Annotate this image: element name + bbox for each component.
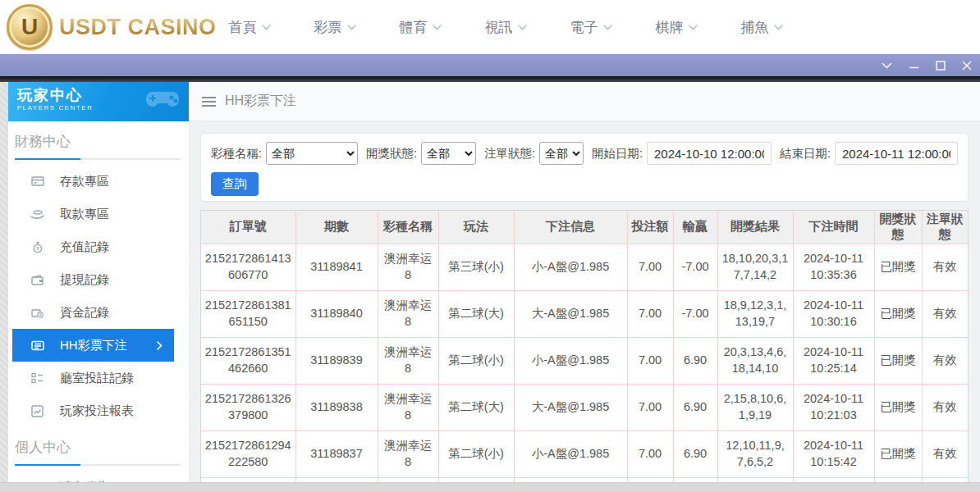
- chevron-down-icon: [433, 25, 442, 30]
- table-cell: 31189838: [295, 384, 378, 430]
- window-titlebar: [0, 54, 980, 76]
- lottery-name-label: 彩種名稱:: [211, 146, 262, 162]
- table-cell: 7.00: [627, 290, 673, 337]
- sidebar-item-1-1[interactable]: 存款專區: [8, 165, 189, 198]
- table-row[interactable]: 215217286129422258031189837澳洲幸运8第二球(小)小-…: [201, 430, 968, 477]
- window-controls: [882, 54, 972, 76]
- table-cell: 2024-10-11 10:25:14: [793, 337, 874, 384]
- column-header: 開獎結果: [717, 211, 793, 244]
- nav-item-label: 電子: [570, 18, 598, 37]
- nav-item-6[interactable]: 棋牌: [634, 18, 719, 37]
- table-cell: 有效: [922, 430, 968, 477]
- column-header: 下注信息: [514, 211, 627, 244]
- column-header: 期數: [295, 211, 378, 244]
- minimize-button[interactable]: [909, 62, 919, 69]
- logo-symbol: U: [21, 14, 38, 40]
- table-cell: 已開獎: [874, 430, 922, 477]
- table-cell: 有效: [922, 337, 968, 384]
- table-cell: 已開獎: [874, 337, 922, 384]
- report-chart-icon: [30, 405, 44, 417]
- section-divider: [15, 158, 181, 160]
- table-row[interactable]: 215217286135146266031189839澳洲幸运8第二球(小)小-…: [201, 337, 968, 384]
- table-header-row: 訂單號期數彩種名稱玩法下注信息投注額輸贏開獎結果下注時間開獎狀態注單狀態: [201, 211, 968, 244]
- table-cell: 2024-10-11 10:15:42: [793, 430, 874, 477]
- withdraw-hand-icon: [30, 209, 44, 220]
- sidebar-item-1-6[interactable]: HH彩票下注: [12, 329, 174, 362]
- table-cell: 7.00: [627, 244, 673, 290]
- maximize-button[interactable]: [936, 61, 946, 71]
- sidebar-item-label: HH彩票下注: [60, 338, 127, 353]
- breadcrumb-bar: HH彩票下注: [189, 82, 980, 121]
- deposit-card-icon: [30, 175, 44, 187]
- nav-item-label: 捕魚: [741, 18, 769, 37]
- logo[interactable]: U USDT CASINO: [7, 4, 217, 50]
- table-cell: 澳洲幸运8: [378, 384, 438, 430]
- table-cell: 第三球(小): [438, 244, 514, 290]
- sidebar-item-1-4[interactable]: 提現記錄: [8, 263, 189, 296]
- main-panel: HH彩票下注 彩種名稱: 全部 開獎狀態: 全部 注單狀態: 全部: [189, 82, 980, 482]
- table-row[interactable]: 215217286138165115031189840澳洲幸运8第二球(大)大-…: [201, 290, 968, 337]
- sidebar-item-1-7[interactable]: 廳室投註記錄: [8, 362, 189, 394]
- table-cell: 20,3,13,4,6,18,14,10: [717, 337, 793, 384]
- lottery-ticket-icon: [30, 340, 44, 351]
- sidebar: 玩家中心 PLAYERS CENTER 財務中心存款專區取款專區充值記錄提現記錄…: [8, 82, 189, 482]
- sidebar-item-label: 存款專區: [60, 174, 109, 189]
- start-date-input[interactable]: [647, 142, 772, 165]
- table-cell: 7.00: [627, 384, 673, 430]
- nav-item-7[interactable]: 捕魚: [719, 18, 804, 37]
- table-cell: 澳洲幸运8: [378, 337, 438, 384]
- table-row[interactable]: 215217286141360677031189841澳洲幸运8第三球(小)小-…: [201, 244, 968, 290]
- nav-item-label: 棋牌: [656, 18, 684, 37]
- nav-item-3[interactable]: 體育: [378, 18, 463, 37]
- funds-bag-icon: [30, 307, 44, 319]
- chevron-down-icon: [774, 25, 783, 30]
- table-cell: 第二球(大): [438, 384, 514, 430]
- hamburger-menu-icon[interactable]: [202, 97, 216, 107]
- logo-coin-icon: U: [7, 4, 53, 50]
- close-button[interactable]: [962, 61, 972, 71]
- table-cell: 2152172861351462660: [201, 337, 295, 384]
- table-cell: 2,15,8,10,6,1,9,19: [717, 384, 793, 430]
- nav-item-5[interactable]: 電子: [548, 18, 634, 37]
- draw-status-select[interactable]: 全部: [421, 142, 476, 165]
- page-title: HH彩票下注: [225, 93, 296, 110]
- table-cell: 31189837: [295, 430, 378, 477]
- app-window: 玩家中心 PLAYERS CENTER 財務中心存款專區取款專區充值記錄提現記錄…: [0, 82, 980, 482]
- main-nav: 首頁彩票體育視訊電子棋牌捕魚: [207, 0, 804, 54]
- sidebar-item-1-2[interactable]: 取款專區: [8, 198, 189, 230]
- table-cell: 已開獎: [874, 384, 922, 430]
- gamepad-icon: [144, 87, 181, 115]
- table-cell: 31189841: [295, 244, 378, 290]
- chevron-right-icon: [157, 341, 163, 350]
- sidebar-item-1-5[interactable]: 資金記錄: [8, 296, 189, 329]
- chevron-down-icon: [689, 25, 698, 30]
- table-cell: 澳洲幸运8: [378, 290, 438, 337]
- nav-item-label: 視訊: [485, 18, 513, 37]
- sidebar-item-1-8[interactable]: 玩家投注報表: [8, 394, 189, 427]
- lottery-name-select[interactable]: 全部: [266, 142, 358, 165]
- table-cell: 18,10,20,3,17,7,14,2: [717, 244, 793, 290]
- nav-item-label: 體育: [400, 18, 428, 37]
- filter-panel: 彩種名稱: 全部 開獎狀態: 全部 注單狀態: 全部 開始日期: 結束日期:: [200, 133, 969, 202]
- nav-item-1[interactable]: 首頁: [207, 18, 292, 37]
- chevron-down-icon[interactable]: [882, 62, 892, 69]
- sidebar-header: 玩家中心 PLAYERS CENTER: [8, 82, 189, 121]
- end-date-input[interactable]: [835, 142, 958, 165]
- table-cell: 6.90: [673, 430, 717, 477]
- sidebar-item-2-1[interactable]: 消息公告: [8, 471, 189, 482]
- sidebar-section-title: 財務中心: [8, 121, 189, 158]
- table-row[interactable]: 215217286132637980031189838澳洲幸运8第二球(大)大-…: [201, 384, 968, 430]
- nav-item-2[interactable]: 彩票: [292, 18, 378, 37]
- bets-table-card: 訂單號期數彩種名稱玩法下注信息投注額輸贏開獎結果下注時間開獎狀態注單狀態 215…: [200, 210, 969, 482]
- table-cell: -7.00: [673, 290, 717, 337]
- table-cell: 31189840: [295, 290, 378, 337]
- table-cell: 小-A盤@1.985: [514, 337, 627, 384]
- sidebar-item-label: 取款專區: [60, 207, 109, 222]
- content-area: 彩種名稱: 全部 開獎狀態: 全部 注單狀態: 全部 開始日期: 結束日期:: [189, 121, 980, 482]
- search-button[interactable]: 查詢: [211, 172, 259, 196]
- nav-item-4[interactable]: 視訊: [463, 18, 548, 37]
- sidebar-item-1-3[interactable]: 充值記錄: [8, 230, 189, 263]
- bottom-scroll-strip[interactable]: [0, 482, 980, 492]
- order-status-select[interactable]: 全部: [539, 142, 584, 165]
- table-cell: 有效: [922, 244, 968, 290]
